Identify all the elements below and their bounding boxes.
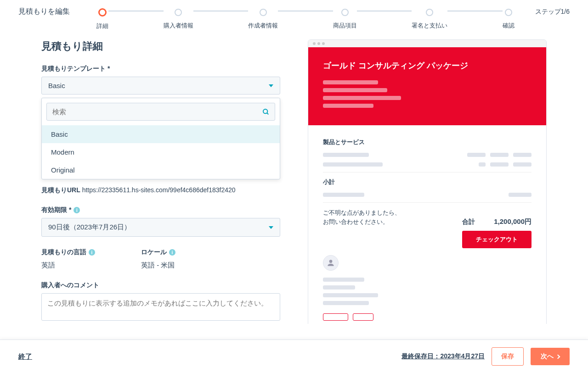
locale-value: 英語 - 米国 bbox=[141, 261, 175, 270]
preview-column: ゴールド コンサルティング パッケージ 製品とサービス 小計 ご不明な点がありま… bbox=[308, 39, 547, 315]
checkout-button[interactable]: チェックアウト bbox=[462, 231, 531, 248]
step-circle-icon bbox=[260, 9, 267, 16]
info-icon[interactable]: i bbox=[74, 207, 80, 213]
template-option-original[interactable]: Original bbox=[42, 161, 280, 179]
step-buyer-info[interactable]: 購入者情報 bbox=[164, 9, 193, 30]
step-circle-icon bbox=[175, 9, 182, 16]
step-circle-icon bbox=[341, 9, 349, 16]
template-dropdown-panel: Basic Modern Original bbox=[41, 98, 280, 179]
avatar-icon bbox=[323, 255, 339, 271]
chevron-down-icon bbox=[269, 226, 273, 229]
step-creator-info[interactable]: 作成者情報 bbox=[248, 9, 278, 30]
template-dropdown[interactable]: Basic Basic Modern Original bbox=[41, 77, 280, 95]
preview-header: ゴールド コンサルティング パッケージ bbox=[308, 47, 546, 125]
svg-point-0 bbox=[263, 109, 267, 113]
chevron-down-icon bbox=[269, 84, 273, 87]
template-label: 見積もりテンプレート * bbox=[41, 65, 280, 73]
products-label: 製品とサービス bbox=[323, 138, 531, 146]
expiry-label: 有効期限 * i bbox=[41, 206, 280, 214]
info-icon[interactable]: i bbox=[89, 249, 95, 256]
step-circle-icon bbox=[426, 9, 433, 16]
preview-window: ゴールド コンサルティング パッケージ 製品とサービス 小計 ご不明な点がありま… bbox=[308, 39, 547, 324]
locale-label: ロケール i bbox=[141, 248, 175, 256]
language-value: 英語 bbox=[41, 261, 95, 270]
template-search-input[interactable] bbox=[46, 103, 275, 121]
contact-text: ご不明な点がありましたら、 お問い合わせください。 bbox=[323, 208, 401, 226]
page-header: 見積もりを編集 詳細 購入者情報 作成者情報 商品項目 署名と支払い 確認 bbox=[0, 0, 588, 21]
step-counter: ステップ1/6 bbox=[535, 8, 570, 16]
svg-point-2 bbox=[329, 260, 333, 263]
step-details[interactable]: 詳細 bbox=[96, 8, 108, 30]
language-label: 見積もりの言語 i bbox=[41, 248, 95, 256]
preview-body: 製品とサービス 小計 ご不明な点がありましたら、 お問い合わせください。 合計 bbox=[308, 125, 546, 324]
search-icon bbox=[262, 108, 270, 117]
subtotal-label: 小計 bbox=[323, 178, 531, 186]
step-circle-icon bbox=[98, 8, 107, 17]
page-title: 見積もりを編集 bbox=[18, 7, 70, 17]
info-icon[interactable]: i bbox=[169, 249, 175, 256]
step-circle-icon bbox=[505, 9, 512, 16]
comment-textarea[interactable] bbox=[41, 293, 280, 321]
template-option-modern[interactable]: Modern bbox=[42, 143, 280, 161]
comment-label: 購入者へのコメント bbox=[41, 281, 280, 289]
step-confirm[interactable]: 確認 bbox=[503, 9, 514, 30]
template-select[interactable]: Basic bbox=[41, 77, 280, 95]
expiry-select[interactable]: 90日後（2023年7月26日） bbox=[41, 218, 280, 237]
template-option-basic[interactable]: Basic bbox=[42, 125, 280, 143]
stepper: 詳細 購入者情報 作成者情報 商品項目 署名と支払い 確認 bbox=[96, 8, 514, 30]
preview-chrome bbox=[308, 40, 546, 47]
step-line-items[interactable]: 商品項目 bbox=[333, 9, 357, 30]
quote-url-row: 見積もりURL https://22335611.hs-sites.com/99… bbox=[41, 186, 280, 195]
svg-line-1 bbox=[267, 113, 268, 114]
form-column: 見積もり詳細 見積もりテンプレート * Basic Basic Modern O… bbox=[41, 39, 280, 315]
step-signature[interactable]: 署名と支払い bbox=[412, 9, 447, 30]
form-heading: 見積もり詳細 bbox=[41, 39, 280, 53]
